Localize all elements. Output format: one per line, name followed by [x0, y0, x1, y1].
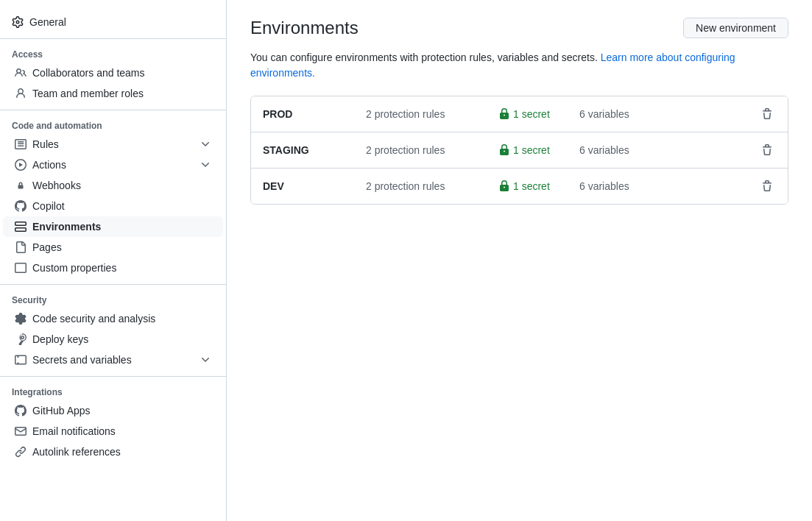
sidebar-item-rules[interactable]: Rules [3, 134, 223, 155]
env-protection: 2 protection rules [366, 108, 498, 120]
custom-icon [15, 262, 27, 274]
delete-env-button[interactable] [758, 177, 776, 195]
sidebar-item-pages[interactable]: Pages [3, 237, 223, 258]
secret-icon [15, 354, 27, 366]
sidebar-item-webhooks[interactable]: Webhooks [3, 175, 223, 196]
sidebar-item-collaborators-and-teams[interactable]: Collaborators and teams [3, 63, 223, 83]
sidebar-item-autolink-references[interactable]: Autolink references [3, 442, 223, 462]
description-text: You can configure environments with prot… [250, 50, 788, 81]
delete-env-button[interactable] [758, 141, 776, 159]
section-label-security: Security [0, 291, 226, 308]
mail-icon [15, 425, 27, 437]
table-row[interactable]: DEV 2 protection rules 1 secret 6 variab… [251, 169, 788, 204]
chevron-down-icon [200, 354, 211, 366]
env-secret: 1 secret [498, 180, 579, 192]
env-icon [15, 221, 27, 233]
sidebar-item-deploy-keys[interactable]: Deploy keys [3, 329, 223, 350]
env-secret: 1 secret [498, 144, 579, 156]
delete-env-button[interactable] [758, 105, 776, 123]
sidebar-item-general[interactable]: General [0, 12, 226, 32]
lock-icon [498, 108, 510, 120]
sidebar-item-label: Custom properties [32, 262, 116, 274]
sidebar-item-label: Team and member roles [32, 88, 144, 99]
table-row[interactable]: STAGING 2 protection rules 1 secret 6 va… [251, 132, 788, 169]
sidebar: General Access Collaborators and teams T… [0, 0, 227, 521]
sidebar-item-label: GitHub Apps [32, 405, 91, 417]
person-icon [15, 88, 27, 99]
link-icon [15, 446, 27, 458]
sidebar-item-label: Collaborators and teams [32, 67, 145, 79]
key-icon [15, 333, 27, 345]
table-row[interactable]: PROD 2 protection rules 1 secret 6 varia… [251, 96, 788, 132]
sidebar-item-secrets-and-variables[interactable]: Secrets and variables [3, 350, 223, 370]
sidebar-item-github-apps[interactable]: GitHub Apps [3, 400, 223, 421]
sidebar-item-label: Actions [32, 159, 66, 171]
env-secret: 1 secret [498, 108, 579, 120]
pages-icon [15, 241, 27, 253]
new-environment-button[interactable]: New environment [683, 18, 788, 38]
lock-icon [498, 180, 510, 192]
sidebar-item-label: Code security and analysis [32, 313, 155, 325]
env-name: PROD [263, 108, 366, 120]
env-variables: 6 variables [579, 180, 758, 192]
divider-security [0, 376, 226, 377]
sidebar-item-actions[interactable]: Actions [3, 155, 223, 175]
environments-table: PROD 2 protection rules 1 secret 6 varia… [250, 96, 788, 205]
app-icon [15, 405, 27, 417]
chevron-down-icon [200, 138, 211, 150]
chevron-down-icon [200, 159, 211, 171]
sidebar-item-label: Email notifications [32, 425, 116, 437]
lock-icon [498, 144, 510, 156]
section-label-access: Access [0, 45, 226, 63]
webhook-icon [15, 180, 27, 191]
sidebar-item-label: Autolink references [32, 446, 121, 458]
env-protection: 2 protection rules [366, 180, 498, 192]
sidebar-item-label: Environments [32, 221, 101, 233]
sidebar-item-label: Deploy keys [32, 333, 88, 345]
section-label-integrations: Integrations [0, 383, 226, 400]
sidebar-item-environments[interactable]: Environments [3, 216, 223, 237]
sidebar-item-label: Webhooks [32, 180, 81, 191]
env-protection: 2 protection rules [366, 144, 498, 156]
main-content: Environments New environment You can con… [227, 0, 812, 521]
sidebar-item-label: Secrets and variables [32, 354, 132, 366]
people-icon [15, 67, 27, 79]
actions-icon [15, 159, 27, 171]
rule-icon [15, 138, 27, 150]
divider-general [0, 38, 226, 39]
copilot-icon [15, 200, 27, 212]
sidebar-general-label: General [29, 16, 66, 28]
sidebar-item-team-and-member-roles[interactable]: Team and member roles [3, 83, 223, 104]
sidebar-item-email-notifications[interactable]: Email notifications [3, 421, 223, 442]
sidebar-item-label: Rules [32, 138, 59, 150]
env-name: STAGING [263, 144, 366, 156]
shield-icon [15, 313, 27, 325]
sidebar-item-label: Copilot [32, 200, 65, 212]
gear-icon [12, 16, 24, 28]
divider-access [0, 110, 226, 110]
main-header: Environments New environment [250, 18, 788, 38]
sidebar-item-copilot[interactable]: Copilot [3, 196, 223, 216]
sidebar-item-label: Pages [32, 241, 62, 253]
sidebar-item-code-security-and-analysis[interactable]: Code security and analysis [3, 308, 223, 329]
sidebar-item-custom-properties[interactable]: Custom properties [3, 258, 223, 278]
env-variables: 6 variables [579, 144, 758, 156]
divider-code [0, 284, 226, 285]
section-label-code: Code and automation [0, 116, 226, 134]
page-title: Environments [250, 18, 359, 38]
env-name: DEV [263, 180, 366, 192]
env-variables: 6 variables [579, 108, 758, 120]
